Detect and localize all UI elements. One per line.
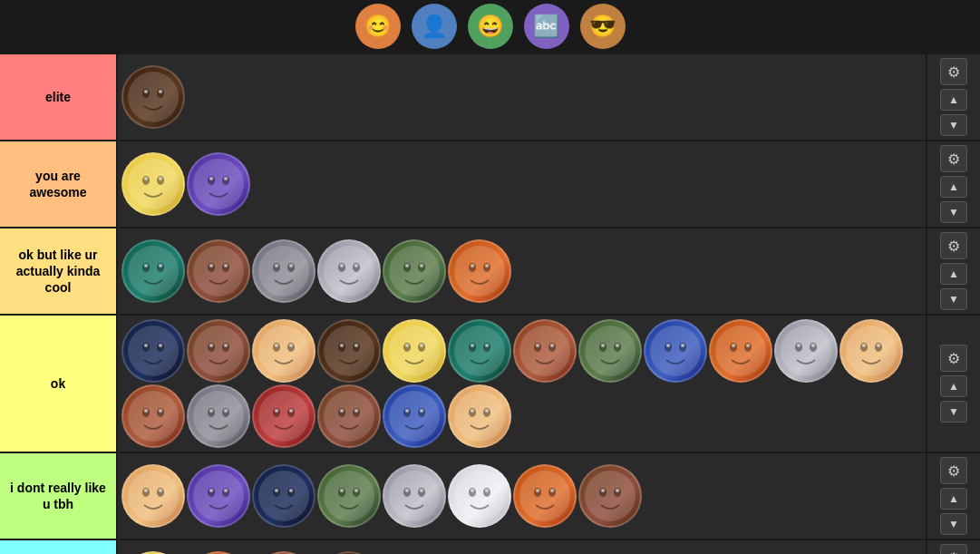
top-icon-5[interactable]: 😎 <box>580 4 626 49</box>
svg-point-9 <box>159 177 162 180</box>
svg-point-138 <box>144 489 148 492</box>
tier-gear-button[interactable]: ⚙ <box>940 58 967 85</box>
tier-gear-button[interactable]: ⚙ <box>940 232 967 259</box>
avatar[interactable] <box>121 319 185 383</box>
tier-up-button[interactable]: ▲ <box>940 89 967 111</box>
tier-row-cool: ok but like ur actually kinda cool <box>0 228 980 316</box>
avatar[interactable] <box>252 239 315 303</box>
top-icon-4[interactable]: 🔤 <box>524 4 569 49</box>
avatar[interactable] <box>187 152 250 216</box>
svg-point-163 <box>471 489 474 492</box>
avatar[interactable] <box>252 319 315 383</box>
avatar[interactable] <box>121 464 185 528</box>
tier-gear-button[interactable]: ⚙ <box>940 457 967 484</box>
avatar[interactable] <box>448 384 511 448</box>
svg-point-80 <box>585 326 636 376</box>
tier-controls-hate: ⚙ ▲ ▼ <box>926 540 980 554</box>
avatar[interactable] <box>121 152 185 216</box>
tier-gear-button[interactable]: ⚙ <box>940 145 967 172</box>
svg-point-93 <box>732 344 735 347</box>
avatar[interactable] <box>383 319 446 383</box>
tier-gear-button[interactable]: ⚙ <box>940 544 967 554</box>
tier-up-button[interactable]: ▲ <box>940 176 967 198</box>
svg-point-158 <box>405 489 409 492</box>
avatar[interactable] <box>187 464 250 528</box>
tier-row-ok: ok <box>0 316 980 453</box>
tier-up-button[interactable]: ▲ <box>940 263 967 285</box>
tier-down-button[interactable]: ▼ <box>940 201 967 223</box>
svg-point-29 <box>289 264 293 267</box>
svg-point-84 <box>616 344 619 347</box>
avatar[interactable] <box>317 464 381 528</box>
avatar[interactable] <box>774 319 838 383</box>
svg-point-140 <box>193 471 244 521</box>
svg-point-48 <box>144 344 148 347</box>
svg-point-53 <box>209 344 213 347</box>
avatar[interactable] <box>187 239 250 303</box>
svg-point-65 <box>389 326 440 376</box>
avatar[interactable] <box>448 239 511 303</box>
avatar[interactable] <box>252 464 315 528</box>
avatar[interactable] <box>187 384 250 448</box>
tier-controls-dont: ⚙ ▲ ▼ <box>926 453 980 539</box>
svg-point-104 <box>877 344 880 347</box>
avatar[interactable] <box>839 319 903 383</box>
avatar[interactable] <box>709 319 772 383</box>
svg-point-44 <box>485 264 489 267</box>
svg-point-149 <box>289 489 293 492</box>
svg-point-79 <box>550 344 554 347</box>
svg-point-4 <box>159 90 162 93</box>
tier-content-cool <box>118 228 926 314</box>
svg-point-73 <box>471 344 474 347</box>
avatar[interactable] <box>448 464 511 528</box>
top-icon-3[interactable]: 😄 <box>468 4 513 49</box>
svg-point-88 <box>666 344 670 347</box>
svg-point-40 <box>454 246 505 296</box>
tier-down-button[interactable]: ▼ <box>940 288 967 310</box>
avatar[interactable] <box>578 464 642 528</box>
svg-point-24 <box>224 264 228 267</box>
svg-point-19 <box>159 264 162 267</box>
svg-point-55 <box>258 326 309 376</box>
avatar[interactable] <box>121 239 185 303</box>
tier-controls-cool: ⚙ ▲ ▼ <box>926 228 980 314</box>
svg-point-35 <box>389 246 440 296</box>
avatar[interactable] <box>383 239 446 303</box>
svg-point-15 <box>128 246 179 296</box>
svg-point-68 <box>405 344 409 347</box>
top-icon-2[interactable]: 👤 <box>412 4 457 49</box>
avatar[interactable] <box>513 319 577 383</box>
tier-down-button[interactable]: ▼ <box>940 401 967 423</box>
avatar[interactable] <box>252 384 315 448</box>
svg-point-28 <box>275 264 278 267</box>
avatar[interactable] <box>644 319 707 383</box>
svg-point-0 <box>128 72 179 122</box>
tier-row-elite: elite ⚙ ▲ ▼ <box>0 54 980 141</box>
avatar[interactable] <box>121 65 185 129</box>
tier-gear-button[interactable]: ⚙ <box>940 345 967 372</box>
tier-up-button[interactable]: ▲ <box>940 488 967 510</box>
top-icon-1[interactable]: 😊 <box>355 4 401 49</box>
tier-content-awesome <box>118 141 926 227</box>
avatar[interactable] <box>383 384 446 448</box>
avatar[interactable] <box>513 464 577 528</box>
avatar[interactable] <box>317 319 381 383</box>
avatar[interactable] <box>121 384 185 448</box>
tier-up-button[interactable]: ▲ <box>940 375 967 397</box>
svg-point-169 <box>550 489 554 492</box>
svg-point-148 <box>275 489 278 492</box>
avatar[interactable] <box>187 319 250 383</box>
tier-controls-awesome: ⚙ ▲ ▼ <box>926 141 980 227</box>
svg-point-143 <box>209 489 213 492</box>
avatar[interactable] <box>448 319 511 383</box>
avatar[interactable] <box>578 319 642 383</box>
tier-down-button[interactable]: ▼ <box>940 513 967 535</box>
svg-point-115 <box>258 391 309 442</box>
svg-point-83 <box>601 344 605 347</box>
avatar[interactable] <box>383 464 446 528</box>
tier-label-cool: ok but like ur actually kinda cool <box>0 228 118 314</box>
avatar[interactable] <box>317 239 381 303</box>
avatar[interactable] <box>317 384 381 448</box>
tier-down-button[interactable]: ▼ <box>940 114 967 136</box>
svg-point-95 <box>781 326 831 376</box>
